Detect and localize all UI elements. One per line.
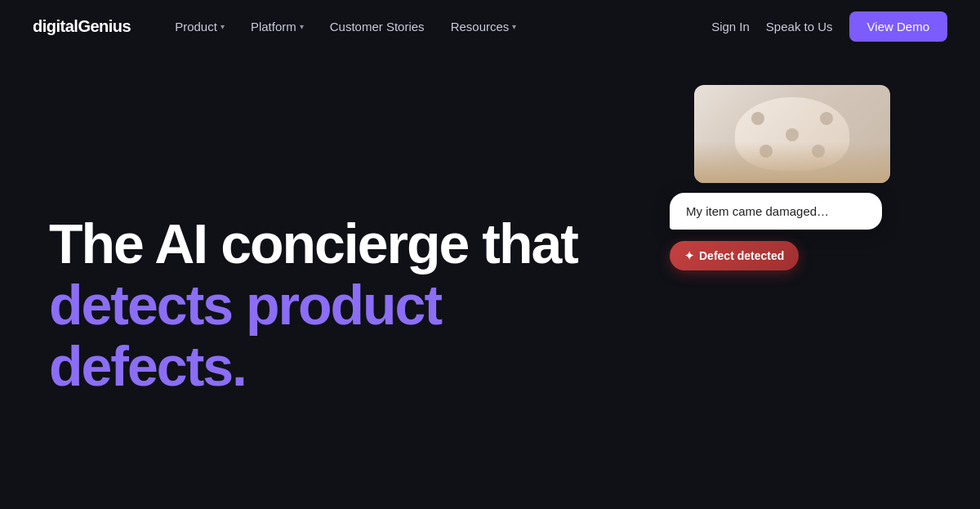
sparkle-icon: ✦ — [684, 249, 694, 262]
nav-resources-label: Resources — [451, 20, 510, 33]
hero-headline-line2: detects product defects. — [49, 275, 637, 397]
chevron-down-icon: ▾ — [300, 22, 304, 31]
nav-product[interactable]: Product ▾ — [163, 13, 236, 40]
hero-headline-line1: The AI concierge that — [49, 213, 637, 275]
chevron-down-icon: ▾ — [220, 22, 225, 31]
nav-resources[interactable]: Resources ▾ — [439, 13, 528, 40]
sign-in-link[interactable]: Sign In — [711, 20, 750, 33]
hero-visual: My item came damaged… ✦ Defect detected — [670, 85, 931, 270]
navbar: digitalGenius Product ▾ Platform ▾ Custo… — [0, 0, 980, 52]
nav-customer-stories[interactable]: Customer Stories — [318, 13, 436, 40]
logo[interactable]: digitalGenius — [33, 17, 131, 36]
hero-text: The AI concierge that detects product de… — [49, 213, 637, 396]
mask-hole — [786, 128, 799, 141]
nav-platform[interactable]: Platform ▾ — [239, 13, 315, 40]
nav-platform-label: Platform — [251, 20, 296, 33]
mask-hole — [820, 112, 833, 125]
chat-message-text: My item came damaged… — [686, 204, 829, 218]
nav-right: Sign In Speak to Us View Demo — [711, 11, 947, 42]
defect-badge: ✦ Defect detected — [670, 241, 799, 270]
view-demo-button[interactable]: View Demo — [849, 11, 947, 42]
mask-hole — [751, 112, 764, 125]
hero-section: The AI concierge that detects product de… — [0, 52, 980, 509]
nav-customer-stories-label: Customer Stories — [330, 20, 425, 33]
nav-product-label: Product — [175, 20, 217, 33]
chevron-down-icon: ▾ — [512, 22, 516, 31]
product-image — [694, 85, 890, 183]
hand-overlay — [694, 142, 890, 183]
chat-bubble: My item came damaged… — [670, 193, 882, 230]
speak-to-us-link[interactable]: Speak to Us — [766, 20, 833, 33]
defect-badge-text: Defect detected — [699, 249, 784, 262]
nav-links: Product ▾ Platform ▾ Customer Stories Re… — [163, 13, 711, 40]
